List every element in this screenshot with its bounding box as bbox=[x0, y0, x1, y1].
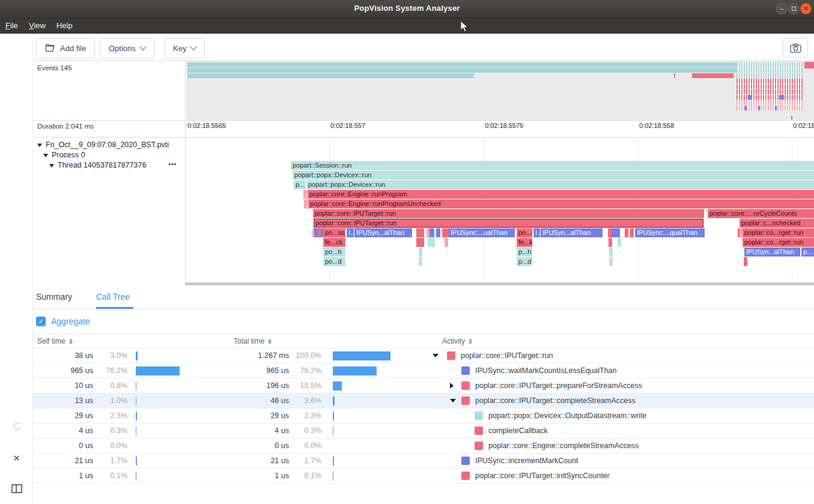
flame-bar[interactable]: IPUSyn...alThan bbox=[541, 228, 603, 237]
total-time-percent: 0.0% bbox=[284, 442, 321, 450]
axis-tick-label: 0:02:18.557 bbox=[330, 122, 365, 129]
minimize-button[interactable]: – bbox=[776, 3, 788, 14]
flame-bar[interactable] bbox=[445, 238, 448, 247]
activity-color-swatch bbox=[475, 411, 483, 420]
table-row[interactable]: 21 us1.7%21 us1.7%IPUSync::incrementMark… bbox=[33, 454, 814, 469]
flame-bar[interactable]: IPUSync:...ualThan bbox=[449, 228, 515, 237]
overview-bar bbox=[791, 116, 792, 120]
flame-bar[interactable] bbox=[416, 228, 424, 237]
flame-bar[interactable]: IPUSyn...alThan bbox=[744, 247, 800, 257]
collapse-arrow-icon[interactable] bbox=[450, 399, 456, 402]
flame-bar[interactable]: poplar::co...rget::run bbox=[743, 238, 814, 247]
table-row[interactable]: 0 us0.0%0 us0.0%poplar::core::Engine::co… bbox=[33, 439, 814, 454]
menu-item-view[interactable]: View bbox=[23, 18, 51, 30]
flame-bar[interactable] bbox=[303, 190, 307, 199]
expand-caret-icon[interactable] bbox=[37, 144, 42, 147]
options-button[interactable]: Options bbox=[100, 38, 154, 58]
expand-arrow-icon[interactable] bbox=[450, 383, 454, 389]
maximize-button[interactable] bbox=[788, 3, 800, 14]
sort-icon bbox=[268, 339, 272, 344]
self-time-percent: 76.2% bbox=[90, 366, 127, 375]
flame-bar[interactable]: poplar::core::Engine::runProgramUnchecke… bbox=[308, 199, 814, 208]
flame-bar[interactable]: fe...k bbox=[517, 238, 532, 247]
total-time-value: 1 us bbox=[229, 472, 289, 480]
expand-caret-icon[interactable] bbox=[43, 154, 48, 157]
table-row[interactable]: 10 us0.8%196 us15.5%poplar::core::IPUTar… bbox=[33, 378, 814, 393]
activity-label: poplar::core::Engine::completeStreamAcce… bbox=[488, 442, 639, 450]
close-button[interactable]: ✕ bbox=[800, 3, 812, 14]
flame-bar[interactable]: popart::popx::Devicex::run bbox=[306, 180, 814, 189]
close-icon[interactable]: ✕ bbox=[0, 453, 33, 464]
flame-bar[interactable] bbox=[615, 228, 620, 237]
key-button[interactable]: Key bbox=[164, 38, 205, 58]
aggregate-label[interactable]: Aggregate bbox=[51, 317, 90, 326]
menu-item-help[interactable]: Help bbox=[51, 18, 78, 30]
flame-bar[interactable] bbox=[609, 257, 613, 266]
flame-bar[interactable]: po...h bbox=[323, 247, 345, 257]
menu-item-file[interactable]: File bbox=[0, 18, 23, 30]
table-row[interactable]: 965 us76.2%965 us76.2%IPUSync::waitMarkC… bbox=[33, 363, 814, 378]
table-row[interactable]: 38 us3.0%1.267 ms100.0%poplar::core::IPU… bbox=[33, 348, 814, 363]
table-row[interactable]: 1 us0.1%1 us0.1%poplar::core::IPUTarget:… bbox=[33, 469, 814, 484]
thread-options-icon[interactable]: ••• bbox=[168, 161, 177, 168]
collapse-arrow-icon[interactable] bbox=[433, 354, 439, 357]
flame-bar[interactable] bbox=[609, 247, 613, 257]
flame-bar[interactable]: I... bbox=[347, 228, 354, 237]
column-total-time[interactable]: Total time bbox=[234, 337, 272, 345]
flame-bar[interactable]: poplar::core::IPUTarget::run bbox=[314, 219, 703, 228]
overview-bar bbox=[692, 73, 734, 78]
tree-item[interactable]: Fri_Oct__9_09:07:08_2020_BST.pvti bbox=[33, 141, 185, 151]
flame-bar[interactable] bbox=[304, 199, 308, 208]
flame-bar[interactable]: po...ss bbox=[323, 228, 345, 237]
flame-bar[interactable]: p...h bbox=[517, 247, 532, 257]
flame-bar[interactable]: poplar::c...nchecked bbox=[740, 219, 814, 228]
table-row[interactable]: 13 us1.0%46 us3.6%poplar::core::IPUTarge… bbox=[33, 393, 814, 408]
timeline-overview[interactable] bbox=[186, 60, 814, 120]
refresh-icon[interactable] bbox=[0, 421, 33, 434]
flame-bar[interactable]: IPUSyn...alThan bbox=[354, 228, 412, 237]
flame-bar[interactable]: IPUSync:...qualThan bbox=[635, 228, 705, 237]
horizontal-scrollbar[interactable] bbox=[185, 282, 814, 285]
flame-bar[interactable] bbox=[625, 228, 628, 237]
table-row[interactable]: 4 us0.3%4 us0.3%completeCallback bbox=[33, 424, 814, 439]
flame-bar[interactable] bbox=[416, 238, 424, 247]
flame-bar[interactable]: poplar::core::IPUTarget::run bbox=[313, 209, 704, 218]
flame-bar[interactable]: po...d bbox=[323, 257, 345, 266]
flame-bar[interactable] bbox=[630, 228, 634, 237]
flame-bar[interactable]: popart::popx::Devicex::run bbox=[293, 171, 814, 180]
flame-bar[interactable] bbox=[744, 257, 747, 266]
split-view-icon[interactable] bbox=[0, 484, 33, 496]
flame-chart[interactable]: popart::Session::runpopart::popx::Device… bbox=[186, 137, 814, 282]
flame-bar[interactable]: poplar::core::...reCycleCounts bbox=[708, 209, 814, 218]
flame-bar[interactable]: p...d bbox=[517, 257, 532, 266]
flame-bar[interactable]: I... bbox=[533, 228, 540, 237]
flame-bar[interactable]: popart::Session::run bbox=[291, 161, 814, 170]
flame-bar[interactable] bbox=[436, 228, 440, 237]
table-row[interactable]: 29 us2.3%29 us2.3%popart::popx::Devicex:… bbox=[33, 408, 814, 424]
flame-bar[interactable] bbox=[431, 238, 435, 247]
tree-item[interactable]: Thread 140537817877376••• bbox=[33, 161, 185, 171]
screenshot-button[interactable] bbox=[783, 38, 808, 58]
total-time-value: 29 us bbox=[229, 411, 289, 420]
flame-bar[interactable]: p... bbox=[801, 247, 814, 257]
expand-caret-icon[interactable] bbox=[49, 164, 54, 168]
axis-tick-label: 0:02:18.5575 bbox=[485, 122, 523, 129]
tab-summary[interactable]: Summary bbox=[36, 292, 72, 302]
flame-bar[interactable]: poplar::core::Engine::runProgram bbox=[308, 190, 814, 199]
column-activity[interactable]: Activity bbox=[442, 337, 472, 345]
tab-call-tree[interactable]: Call Tree bbox=[96, 292, 130, 302]
tree-item[interactable]: Process 0 bbox=[33, 151, 185, 161]
aggregate-checkbox[interactable]: ✓ bbox=[36, 317, 46, 326]
flame-bar[interactable]: poplar::co...rget::run bbox=[743, 228, 814, 237]
flame-bar[interactable] bbox=[419, 257, 422, 266]
column-self-time[interactable]: Self time bbox=[37, 337, 73, 345]
add-file-button[interactable]: Add file bbox=[36, 38, 95, 58]
flame-bar[interactable] bbox=[430, 228, 434, 237]
flame-bar[interactable]: fe...ck bbox=[323, 238, 345, 247]
flame-bar[interactable]: p... bbox=[294, 180, 305, 189]
flame-bar[interactable]: po...s bbox=[517, 228, 532, 237]
flame-bar[interactable] bbox=[618, 238, 621, 247]
total-time-bar bbox=[333, 427, 333, 436]
flame-bar[interactable] bbox=[419, 247, 422, 257]
flame-bar[interactable] bbox=[609, 238, 612, 247]
